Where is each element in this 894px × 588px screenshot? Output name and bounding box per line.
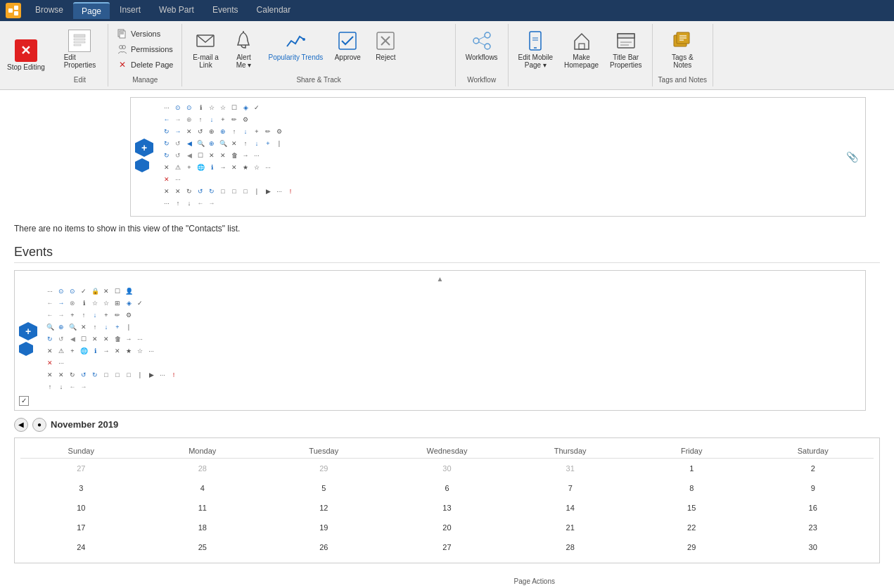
ci-gear2[interactable]: ⚙ <box>274 127 284 136</box>
cluster2-check-input[interactable] <box>19 396 29 406</box>
c2-arrow-d[interactable]: ↓ <box>90 310 100 320</box>
cal-cell-0-3[interactable]: 30 <box>385 458 510 478</box>
versions-button[interactable]: Versions <box>114 27 177 41</box>
ci-arrow-u2[interactable]: ↑ <box>173 198 183 208</box>
c2-right-c[interactable]: ⊙ <box>68 286 77 296</box>
cal-cell-2-1[interactable]: 11 <box>142 498 264 518</box>
c2-check[interactable]: ✓ <box>79 286 89 296</box>
c2-left3[interactable]: ◀ <box>68 334 77 344</box>
c2-grid[interactable]: ⊞ <box>113 298 122 308</box>
ci-info[interactable]: ℹ <box>196 103 205 113</box>
ci-gear[interactable]: ⚙ <box>241 115 250 124</box>
cal-cell-0-2[interactable]: 29 <box>263 458 385 478</box>
c2-star4[interactable]: ☆ <box>135 346 145 356</box>
tab-insert[interactable]: Insert <box>111 2 149 19</box>
c2-x8[interactable]: ✕ <box>56 370 66 380</box>
c2-bar[interactable]: | <box>124 322 134 332</box>
ci-plus4[interactable]: + <box>263 139 273 148</box>
ci-arrow-r4[interactable]: → <box>218 162 228 172</box>
tab-browse[interactable]: Browse <box>27 2 72 19</box>
ci-globe2[interactable]: 🌐 <box>196 162 205 172</box>
ci-arrow-d[interactable]: ↓ <box>241 127 250 136</box>
c2-person[interactable]: 👤 <box>124 286 134 296</box>
tab-page[interactable]: Page <box>73 2 110 19</box>
cal-cell-0-4[interactable]: 31 <box>509 458 631 478</box>
ci-star4[interactable]: ☆ <box>252 162 262 172</box>
c2-arrow-dn[interactable]: ↓ <box>101 322 111 332</box>
ci-plus-circle3[interactable]: ⊕ <box>207 139 217 148</box>
ci-x4[interactable]: ✕ <box>218 151 228 160</box>
c2-box[interactable]: ☐ <box>113 286 122 296</box>
ci-refresh2[interactable]: ↺ <box>196 127 205 136</box>
ci-x2[interactable]: ✕ <box>229 139 239 148</box>
cal-cell-3-3[interactable]: 20 <box>385 518 510 537</box>
ci-arrow-left2[interactable]: ◀ <box>184 151 194 160</box>
ci-info2[interactable]: ℹ <box>207 162 217 172</box>
calendar-prev-button[interactable]: ◀ <box>14 418 28 432</box>
c2-star3[interactable]: ★ <box>124 346 134 356</box>
ci-x5[interactable]: ✕ <box>162 162 172 172</box>
c2-dots4[interactable]: ··· <box>56 358 66 368</box>
c2-rss[interactable]: ◈ <box>124 298 134 308</box>
c2-search1[interactable]: 🔍 <box>45 322 55 332</box>
c2-star1[interactable]: ☆ <box>90 298 100 308</box>
c2-tri-r[interactable]: ▶ <box>146 370 156 380</box>
c2-gear[interactable]: ⚙ <box>124 310 134 320</box>
c2-x6[interactable]: ✕ <box>113 346 122 356</box>
c2-info2[interactable]: ℹ <box>90 346 100 356</box>
edit-mobile-page-button[interactable]: Edit MobilePage ▾ <box>514 27 557 72</box>
ci-trash[interactable]: 🗑 <box>229 151 239 160</box>
ci-dots[interactable]: ··· <box>162 103 172 113</box>
ci-arrow-d2[interactable]: ↓ <box>184 198 194 208</box>
cal-cell-4-6[interactable]: 30 <box>752 537 874 557</box>
c2-arr-r2[interactable]: → <box>79 382 89 392</box>
ci-x7[interactable]: ✕ <box>162 186 172 196</box>
c2-arr4[interactable]: → <box>101 346 111 356</box>
cal-cell-2-2[interactable]: 12 <box>263 498 385 518</box>
cal-cell-1-6[interactable]: 9 <box>752 478 874 498</box>
c2-pencil[interactable]: ✏ <box>113 310 122 320</box>
ci-check2[interactable]: ✓ <box>252 103 262 113</box>
cal-cell-0-1[interactable]: 28 <box>142 458 264 478</box>
c2-exclaim[interactable]: ! <box>169 370 179 380</box>
ci-x3[interactable]: ✕ <box>207 151 217 160</box>
ci-rss[interactable]: ◈ <box>241 103 250 113</box>
c2-plus-c[interactable]: ⊕ <box>56 322 66 332</box>
ci-edit2[interactable]: ✏ <box>263 127 273 136</box>
cal-cell-4-4[interactable]: 28 <box>509 537 631 557</box>
c2-sq2[interactable]: □ <box>113 370 122 380</box>
cal-cell-4-5[interactable]: 29 <box>631 537 753 557</box>
c2-arrow-u[interactable]: ↑ <box>79 310 89 320</box>
ci-refresh5[interactable]: ↻ <box>162 151 172 160</box>
c2-search2[interactable]: 🔍 <box>68 322 77 332</box>
ci-square3[interactable]: □ <box>241 186 250 196</box>
c2-left2[interactable]: ← <box>45 298 55 308</box>
ci-dots5[interactable]: ··· <box>274 186 284 196</box>
cal-cell-3-6[interactable]: 23 <box>752 518 874 537</box>
c2-bar2[interactable]: | <box>135 370 145 380</box>
make-homepage-button[interactable]: MakeHomepage <box>560 27 603 72</box>
c2-plus4[interactable]: + <box>68 346 77 356</box>
ci-plus5[interactable]: + <box>184 162 194 172</box>
ci-square1[interactable]: □ <box>218 186 228 196</box>
ci-refresh9[interactable]: ↻ <box>207 186 217 196</box>
ci-x8[interactable]: ✕ <box>173 186 183 196</box>
c2-dots3[interactable]: ··· <box>146 346 156 356</box>
ci-arrow-up2[interactable]: ↑ <box>241 139 250 148</box>
ci-warning[interactable]: ⚠ <box>173 162 183 172</box>
cal-cell-1-4[interactable]: 7 <box>509 478 631 498</box>
c2-info[interactable]: ℹ <box>79 298 89 308</box>
alert-me-button[interactable]: AlertMe ▾ <box>226 27 261 72</box>
c2-trash[interactable]: 🗑 <box>113 334 122 344</box>
ci-plus-circle2[interactable]: ⊕ <box>218 127 228 136</box>
ci-search1[interactable]: 🔍 <box>196 139 205 148</box>
ci-tri-r[interactable]: ▶ <box>263 186 273 196</box>
ci-arrow-u[interactable]: ↑ <box>229 127 239 136</box>
cal-cell-3-5[interactable]: 22 <box>631 518 753 537</box>
main-scroll-area[interactable]: + ··· ⊙ ⊙ ℹ ☆ ☆ ☐ <box>0 90 894 588</box>
popularity-trends-button[interactable]: Popularity Trends <box>264 27 327 64</box>
cal-cell-2-3[interactable]: 13 <box>385 498 510 518</box>
c2-dots[interactable]: ··· <box>45 286 55 296</box>
c2-x5[interactable]: ✕ <box>45 346 55 356</box>
ci-plus2[interactable]: + <box>218 115 228 124</box>
